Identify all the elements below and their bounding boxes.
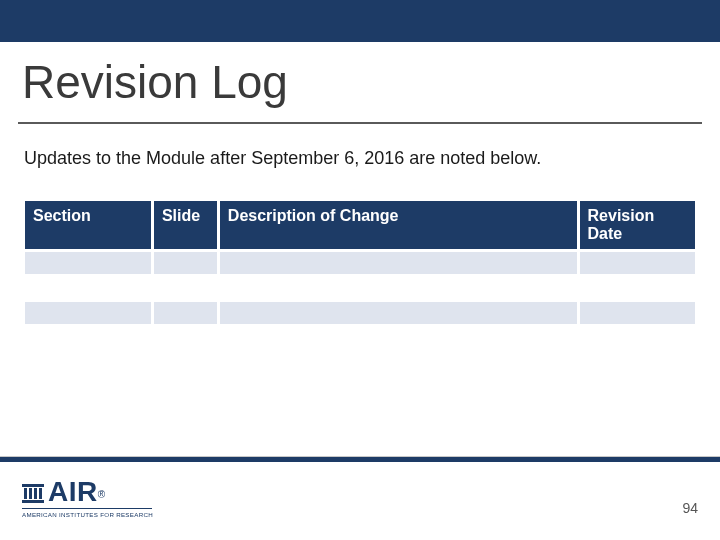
svg-rect-3	[34, 488, 37, 499]
header-slide: Slide	[154, 201, 217, 249]
page-number: 94	[682, 500, 698, 516]
header-section: Section	[25, 201, 151, 249]
table-row	[25, 252, 695, 274]
footer-rule	[0, 457, 720, 462]
page-title: Revision Log	[22, 55, 698, 109]
subtitle: Updates to the Module after September 6,…	[24, 148, 696, 169]
logo-subtext: AMERICAN INSTITUTES FOR RESEARCH	[22, 511, 152, 518]
header-revision-date: Revision Date	[580, 201, 695, 249]
air-logo: AIR® AMERICAN INSTITUTES FOR RESEARCH	[22, 478, 152, 518]
cell-revision-date	[580, 252, 695, 274]
table-row	[25, 302, 695, 324]
header-description: Description of Change	[220, 201, 577, 249]
cell-slide	[154, 277, 217, 299]
svg-rect-0	[22, 484, 44, 487]
cell-section	[25, 252, 151, 274]
slide: Revision Log Updates to the Module after…	[0, 0, 720, 540]
top-bar	[0, 0, 720, 42]
table-header-row: Section Slide Description of Change Revi…	[25, 201, 695, 249]
cell-revision-date	[580, 277, 695, 299]
logo-text: AIR	[48, 478, 98, 506]
cell-slide	[154, 252, 217, 274]
cell-description	[220, 302, 577, 324]
cell-section	[25, 277, 151, 299]
svg-rect-2	[29, 488, 32, 499]
registered-mark-icon: ®	[98, 489, 105, 500]
pillars-icon	[22, 481, 44, 503]
svg-rect-1	[24, 488, 27, 499]
title-rule	[18, 122, 702, 124]
logo-divider	[22, 508, 152, 509]
cell-slide	[154, 302, 217, 324]
table-row	[25, 277, 695, 299]
cell-description	[220, 277, 577, 299]
cell-description	[220, 252, 577, 274]
cell-section	[25, 302, 151, 324]
svg-rect-5	[22, 500, 44, 503]
cell-revision-date	[580, 302, 695, 324]
svg-rect-4	[39, 488, 42, 499]
revision-table: Section Slide Description of Change Revi…	[22, 198, 698, 327]
